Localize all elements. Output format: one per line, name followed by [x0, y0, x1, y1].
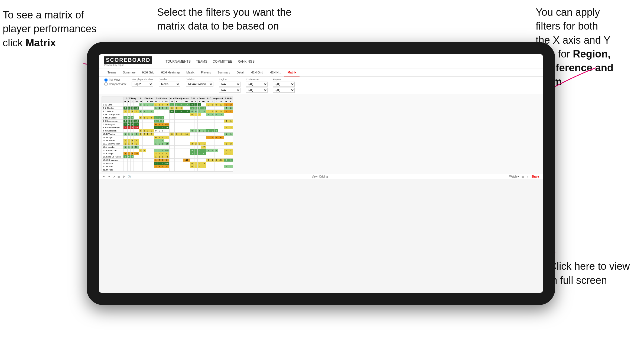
gender-select[interactable]: Men's — [159, 82, 180, 87]
sub-nav-matrix-active[interactable]: Matrix — [284, 69, 300, 76]
sub-nav-h2h-heatmap[interactable]: H2H Heatmap — [158, 69, 183, 76]
nav-tournaments[interactable]: TOURNAMENTS — [165, 59, 190, 64]
print-icon[interactable]: ⊞ — [118, 175, 120, 178]
sub-nav-teams[interactable]: Teams — [104, 69, 119, 76]
players-select-2[interactable]: (All) — [273, 88, 295, 93]
matrix-cell-last: 1 — [229, 165, 233, 168]
settings-icon[interactable]: ⚙ — [122, 175, 125, 178]
matrix-cell — [143, 136, 146, 139]
matrix-cell — [201, 133, 206, 136]
conference-select-1[interactable]: (All) — [246, 82, 268, 87]
matrix-cell — [183, 120, 190, 123]
matrix-cell: 1 — [206, 129, 211, 133]
matrix-cell — [211, 133, 214, 136]
matrix-cell: 0 — [127, 116, 131, 120]
region-select-2[interactable]: N/A — [219, 88, 240, 93]
matrix-cell: 0 — [190, 103, 194, 107]
conference-select-2[interactable]: (All) — [246, 88, 268, 93]
sub-nav-detail[interactable]: Detail — [233, 69, 248, 76]
compact-view-option[interactable]: Compact View — [104, 82, 126, 86]
redo-icon[interactable]: ↪ — [108, 175, 110, 178]
matrix-cell — [149, 123, 154, 126]
matrix-cell-last — [229, 129, 233, 133]
filter-region: Region N/A N/A — [219, 78, 240, 93]
matrix-cell — [143, 159, 146, 162]
matrix-cell — [169, 129, 175, 133]
matrix-cell — [190, 123, 194, 126]
matrix-cell: 2 — [123, 107, 128, 110]
matrix-cell: 3 — [158, 165, 161, 168]
matrix-cell — [169, 155, 175, 159]
matrix-cell: 0 — [131, 107, 134, 110]
nav-committee[interactable]: COMMITTEE — [213, 59, 232, 64]
matrix-cell — [134, 159, 139, 162]
layout-icon[interactable]: ⊞ — [522, 175, 524, 178]
col-t-5: T — [198, 100, 201, 103]
matrix-cell-last: 1 — [229, 159, 233, 162]
matrix-cell: -16 — [134, 123, 139, 126]
nav-rankings[interactable]: RANKINGS — [238, 59, 255, 64]
matrix-cell — [146, 168, 149, 172]
sub-nav-players[interactable]: Players — [198, 69, 214, 76]
matrix-cell: 0 — [161, 116, 164, 120]
nav-teams[interactable]: TEAMS — [196, 59, 207, 64]
filter-players: Players (All) (All) — [273, 78, 295, 93]
matrix-cell: 1 — [161, 149, 164, 152]
matrix-cell — [169, 139, 175, 142]
matrix-cell — [175, 136, 179, 139]
matrix-cell — [139, 146, 143, 149]
watch-button[interactable]: Watch ▾ — [509, 175, 519, 178]
matrix-cell — [218, 107, 224, 110]
division-select[interactable]: NCAA Division I — [186, 82, 213, 87]
refresh-icon[interactable]: ⟳ — [113, 175, 115, 178]
matrix-cell: 3 — [218, 110, 224, 113]
matrix-cell: 1 — [194, 162, 198, 165]
matrix-cell: 1 — [175, 133, 179, 136]
matrix-cell-last — [224, 146, 229, 149]
matrix-cell — [149, 136, 154, 139]
matrix-cell: 0 — [179, 110, 183, 113]
sub-nav-matrix[interactable]: Matrix — [183, 69, 198, 76]
sub-nav-summary[interactable]: Summary — [119, 69, 139, 76]
players-select-1[interactable]: (All) — [273, 82, 295, 87]
sub-nav-h2h-grid[interactable]: H2H Grid — [139, 69, 158, 76]
matrix-cell: -8 — [164, 155, 170, 159]
player-row-name: 13. J Skov Olesen — [102, 142, 123, 146]
app-header: SCOREBOARD Powered by clippd TOURNAMENTS… — [99, 54, 543, 69]
fullscreen-icon[interactable]: ⤢ — [526, 175, 529, 178]
matrix-cell — [175, 113, 179, 116]
matrix-cell — [214, 146, 218, 149]
compact-view-radio[interactable] — [104, 82, 108, 86]
filter-max-players: Max players in view Top 25 — [132, 78, 153, 87]
sub-nav-h2h-grid2[interactable]: H2H Grid — [248, 69, 266, 76]
full-view-option[interactable]: Full View — [104, 78, 126, 82]
matrix-cell — [169, 120, 175, 123]
matrix-cell: 0 — [161, 123, 164, 126]
annotation-bottom-right: Click here to view in full screen — [549, 259, 636, 287]
matrix-cell: 0 — [194, 107, 198, 110]
sub-nav-h2h-h[interactable]: H2H H... — [266, 69, 284, 76]
matrix-cell: 0 — [146, 116, 149, 120]
undo-icon[interactable]: ↩ — [103, 175, 105, 178]
matrix-cell — [218, 129, 224, 133]
max-players-select[interactable]: Top 25 — [132, 82, 153, 87]
full-view-radio[interactable] — [104, 78, 108, 82]
clock-icon[interactable]: 🕐 — [128, 175, 131, 178]
region-select-1[interactable]: N/A — [219, 82, 240, 87]
sub-nav-summary2[interactable]: Summary — [214, 69, 233, 76]
matrix-cell-last — [229, 139, 233, 142]
matrix-cell — [146, 107, 149, 110]
share-button[interactable]: Share — [531, 175, 539, 178]
matrix-cell: 1 — [154, 116, 158, 120]
matrix-cell: -7 — [201, 149, 206, 152]
matrix-cell: 0 — [127, 155, 131, 159]
matrix-cell — [211, 120, 214, 123]
matrix-cell — [183, 155, 190, 159]
matrix-cell — [175, 162, 179, 165]
filter-gender: Gender Men's — [159, 78, 180, 87]
matrix-cell — [175, 120, 179, 123]
filter-conference: Conference (All) (All) — [246, 78, 268, 93]
matrix-cell — [218, 165, 224, 168]
matrix-cell: 1 — [154, 142, 158, 146]
matrix-cell — [149, 126, 154, 129]
